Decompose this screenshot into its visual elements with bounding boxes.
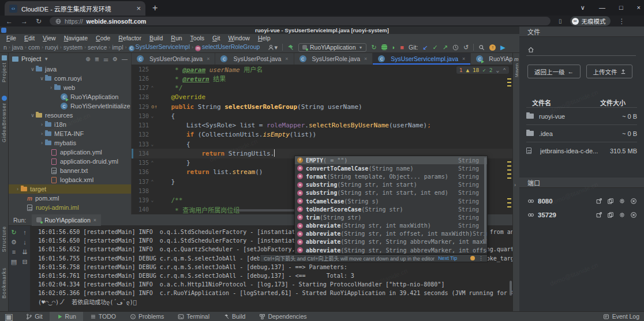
- softwrap-icon[interactable]: ≡: [9, 248, 19, 256]
- open-external-icon[interactable]: [596, 198, 602, 205]
- gideabrowser-icon[interactable]: [2, 96, 7, 101]
- statusbar-terminal[interactable]: Terminal: [171, 312, 216, 321]
- breadcrumb-item[interactable]: service: [88, 44, 107, 51]
- project-panel-title[interactable]: Project: [21, 55, 41, 62]
- collapse-all-icon[interactable]: ⚌: [103, 56, 108, 62]
- completion-item[interactable]: mabbreviate(String str, int maxWidth)Str…: [295, 222, 487, 230]
- breadcrumb-item[interactable]: n: [3, 44, 7, 51]
- tree-item-web[interactable]: ›web: [9, 83, 131, 92]
- breadcrumb-item[interactable]: java: [12, 44, 23, 51]
- menu-view[interactable]: View: [39, 35, 60, 41]
- statusbar-build[interactable]: Build: [216, 312, 252, 321]
- tree-item-pom-xml[interactable]: mpom.xml: [9, 194, 131, 203]
- menu-edit[interactable]: Edit: [20, 35, 39, 41]
- stop-button[interactable]: ■: [400, 44, 404, 51]
- down-stack-icon[interactable]: ↓: [20, 239, 30, 246]
- up-stack-icon[interactable]: ↑: [20, 229, 30, 236]
- breadcrumb-item[interactable]: ruoyi: [45, 44, 58, 51]
- tree-item-meta-inf[interactable]: ›META-INF: [9, 129, 131, 138]
- more-icon[interactable]: ⋮: [478, 255, 484, 261]
- editor-tab-sysuserrole-java[interactable]: CSysUserRole.java×: [294, 53, 373, 65]
- menu-tools[interactable]: Tools: [186, 35, 209, 41]
- breadcrumb-item[interactable]: com: [28, 44, 40, 51]
- rerun-icon[interactable]: ↻: [9, 229, 19, 236]
- file-row[interactable]: jetbrains-idea-c-de...310.5 MB: [526, 142, 637, 159]
- run-tab[interactable]: RuoYiApplication ×: [32, 214, 101, 226]
- browser-menu-chevron-icon[interactable]: ∨: [581, 4, 585, 12]
- upload-file-button[interactable]: 上传文件: [586, 65, 632, 78]
- file-row[interactable]: .idea~ 0 B: [526, 124, 637, 142]
- coverage-button[interactable]: ◗: [392, 44, 396, 51]
- completion-item[interactable]: mconvertToCamelCase(String name)String: [295, 164, 487, 172]
- rollback-icon[interactable]: ↺: [463, 44, 469, 51]
- tree-item-ruoyiapplication[interactable]: CRuoYiApplication: [9, 92, 131, 101]
- breadcrumb-item[interactable]: impl: [112, 44, 123, 51]
- menu-build[interactable]: Build: [145, 35, 167, 41]
- tree-expand-icon[interactable]: ›: [39, 131, 45, 137]
- close-window-icon[interactable]: ×: [637, 4, 641, 11]
- completion-item[interactable]: mabbreviate(String str, int offset, int …: [295, 230, 487, 238]
- fold-marker[interactable]: ⌃: [149, 160, 156, 165]
- stripe-bookmarks-label[interactable]: Bookmarks: [1, 267, 7, 299]
- locate-icon[interactable]: ⊕: [85, 56, 90, 62]
- tree-item-banner-txt[interactable]: banner.txt: [9, 166, 131, 175]
- editor-tab-sysuserserviceimpl-java[interactable]: CSysUserServiceImpl.java×: [373, 53, 471, 65]
- browser-tab[interactable]: ‹› CloudIDE - 云原生集成开发环境 ×: [5, 1, 145, 16]
- forward-icon[interactable]: →: [21, 17, 28, 25]
- stripe-maven-label[interactable]: Maven: [514, 63, 519, 77]
- breadcrumb-item[interactable]: mselectUserRoleGroup: [195, 43, 260, 51]
- next-tip-link[interactable]: Next Tip: [438, 255, 457, 261]
- new-tab-button[interactable]: +: [152, 3, 158, 13]
- tree-item-com-ruoyi[interactable]: ∨com.ruoyi: [9, 74, 131, 83]
- close-icon[interactable]: ×: [93, 217, 96, 223]
- stripe-structure-label[interactable]: Structure: [1, 226, 7, 252]
- gear-icon[interactable]: [619, 212, 626, 218]
- close-icon[interactable]: ×: [207, 56, 209, 62]
- editor-tab-sysuserpost-java[interactable]: CSysUserPost.java×: [215, 53, 294, 65]
- completion-item[interactable]: msubstring(String str, int start)String: [295, 181, 487, 189]
- tree-expand-icon[interactable]: ›: [14, 186, 21, 192]
- browser-menu-icon[interactable]: ⋮: [619, 17, 626, 25]
- link-icon[interactable]: [527, 198, 534, 205]
- menu-run[interactable]: Run: [167, 35, 186, 41]
- breadcrumb-item[interactable]: system: [63, 44, 83, 51]
- home-icon[interactable]: [527, 45, 534, 55]
- event-log-button[interactable]: Event Log: [603, 313, 639, 320]
- settings-icon[interactable]: ⚙: [113, 56, 118, 62]
- tree-expand-icon[interactable]: ∨: [29, 112, 36, 118]
- git-push-icon[interactable]: ↗: [443, 44, 448, 51]
- gear-icon[interactable]: [619, 198, 626, 205]
- close-tab-icon[interactable]: ×: [136, 4, 141, 13]
- completion-item[interactable]: fEMPTY ( = "")String: [295, 156, 487, 164]
- link-icon[interactable]: [527, 212, 534, 218]
- sidepanel-icon[interactable]: ▯: [559, 18, 562, 24]
- completion-popup[interactable]: fEMPTY ( = "")StringmconvertToCamelCase(…: [294, 156, 488, 254]
- tree-item-ruoyi-admin-iml[interactable]: ruoyi-admin.iml: [9, 203, 131, 212]
- fold-marker[interactable]: ⌄: [149, 114, 156, 119]
- breadcrumb-item[interactable]: CSysUserServiceImpl: [129, 43, 190, 51]
- maven-icon[interactable]: m: [514, 56, 519, 62]
- fold-marker[interactable]: ⌃: [149, 85, 156, 90]
- expand-panel-icon[interactable]: ›: [514, 182, 516, 188]
- menu-code[interactable]: Code: [92, 35, 114, 41]
- completion-item[interactable]: mtrim(String str)String: [295, 213, 487, 221]
- stripe-project-label[interactable]: Project: [1, 62, 7, 82]
- statusbar-run[interactable]: Run: [50, 312, 83, 321]
- tree-item-resources[interactable]: ∨resources: [9, 111, 131, 120]
- completion-item[interactable]: mtoCamelCase(String s)String: [295, 197, 487, 205]
- history-icon[interactable]: [452, 44, 459, 51]
- menu-refactor[interactable]: Refactor: [114, 35, 145, 41]
- tree-item-application-yml[interactable]: application.yml: [9, 148, 131, 157]
- settings-icon[interactable]: ⚙: [9, 239, 19, 246]
- file-row[interactable]: ruoyi-vue~ 0 B: [526, 107, 637, 124]
- close-circle-icon[interactable]: [630, 212, 637, 218]
- minimize-icon[interactable]: —: [599, 4, 605, 11]
- tree-item-ruoyiservletinitialize[interactable]: CRuoYiServletInitialize: [9, 101, 131, 111]
- git-update-icon[interactable]: ↙: [422, 44, 428, 51]
- override-gutter-icon[interactable]: o↑: [151, 104, 158, 109]
- toolwindow-switcher-icon[interactable]: ▣: [5, 311, 13, 321]
- statusbar-dependencies[interactable]: Dependencies: [252, 312, 313, 321]
- address-bar[interactable]: https://webide.sinosoft.com: [50, 17, 551, 25]
- scroll-end-icon[interactable]: ⇊: [20, 248, 30, 256]
- copy-icon[interactable]: [607, 198, 614, 205]
